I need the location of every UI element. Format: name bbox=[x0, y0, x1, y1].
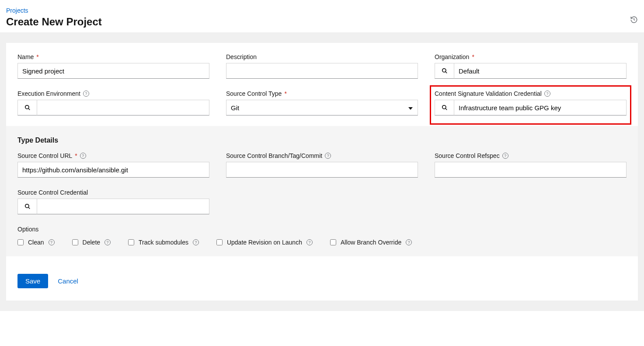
type-details-heading: Type Details bbox=[17, 136, 627, 144]
scm-url-label: Source Control URL bbox=[17, 152, 72, 159]
cancel-button[interactable]: Cancel bbox=[58, 277, 78, 285]
exec-env-lookup-button[interactable] bbox=[17, 100, 37, 115]
option-delete[interactable]: Delete ? bbox=[72, 239, 111, 246]
required-indicator: * bbox=[284, 90, 286, 97]
svg-line-1 bbox=[445, 72, 447, 73]
content-sig-input[interactable] bbox=[454, 100, 627, 115]
required-indicator: * bbox=[75, 152, 77, 159]
content-sig-field: Content Signature Validation Credential … bbox=[435, 90, 627, 115]
scm-type-field: Source Control Type * Git bbox=[226, 90, 418, 115]
description-field: Description bbox=[226, 53, 418, 79]
help-icon[interactable]: ? bbox=[406, 239, 412, 245]
svg-point-6 bbox=[25, 204, 28, 208]
name-label: Name bbox=[17, 53, 34, 60]
name-input[interactable] bbox=[17, 63, 209, 79]
delete-label: Delete bbox=[83, 239, 100, 246]
option-track-submodules[interactable]: Track submodules ? bbox=[128, 239, 199, 246]
scm-credential-input[interactable] bbox=[37, 199, 209, 214]
scm-branch-input[interactable] bbox=[226, 162, 418, 178]
breadcrumb-projects[interactable]: Projects bbox=[6, 7, 102, 14]
exec-env-field: Execution Environment ? bbox=[17, 90, 209, 115]
svg-line-3 bbox=[28, 108, 30, 110]
scm-refspec-label: Source Control Refspec bbox=[435, 152, 500, 159]
scm-credential-lookup-button[interactable] bbox=[17, 199, 37, 214]
scm-url-input[interactable] bbox=[17, 162, 209, 178]
allow-branch-override-checkbox[interactable] bbox=[330, 239, 336, 245]
scm-branch-label: Source Control Branch/Tag/Commit bbox=[226, 152, 322, 159]
clean-label: Clean bbox=[28, 239, 44, 246]
organization-lookup-button[interactable] bbox=[435, 63, 454, 79]
track-submodules-label: Track submodules bbox=[139, 239, 188, 246]
help-icon[interactable]: ? bbox=[502, 153, 508, 159]
exec-env-label: Execution Environment bbox=[17, 90, 80, 97]
search-icon bbox=[24, 105, 31, 111]
content-sig-highlight: Content Signature Validation Credential … bbox=[430, 85, 631, 125]
svg-point-2 bbox=[25, 105, 28, 109]
scm-refspec-input[interactable] bbox=[435, 162, 627, 178]
required-indicator: * bbox=[472, 53, 474, 60]
description-label: Description bbox=[226, 53, 257, 60]
organization-field: Organization * bbox=[435, 53, 627, 79]
content-sig-label: Content Signature Validation Credential bbox=[435, 90, 542, 97]
search-icon bbox=[24, 203, 31, 210]
help-icon[interactable]: ? bbox=[325, 153, 331, 159]
exec-env-input[interactable] bbox=[37, 100, 209, 115]
help-icon[interactable]: ? bbox=[49, 239, 55, 245]
update-on-launch-label: Update Revision on Launch bbox=[227, 239, 302, 246]
options-label: Options bbox=[17, 226, 627, 233]
scm-type-label: Source Control Type bbox=[226, 90, 282, 97]
option-clean[interactable]: Clean ? bbox=[17, 239, 55, 246]
scm-branch-field: Source Control Branch/Tag/Commit ? bbox=[226, 152, 418, 178]
scm-refspec-field: Source Control Refspec ? bbox=[435, 152, 627, 178]
save-button[interactable]: Save bbox=[17, 274, 48, 288]
allow-branch-override-label: Allow Branch Override bbox=[341, 239, 401, 246]
required-indicator: * bbox=[36, 53, 38, 60]
scm-url-field: Source Control URL * ? bbox=[17, 152, 209, 178]
search-icon bbox=[442, 68, 448, 74]
delete-checkbox[interactable] bbox=[72, 239, 78, 245]
options-field: Options Clean ? Delete ? Track submodule… bbox=[17, 226, 627, 246]
clean-checkbox[interactable] bbox=[17, 239, 24, 245]
scm-credential-label: Source Control Credential bbox=[17, 189, 88, 196]
history-icon[interactable] bbox=[630, 16, 638, 25]
option-update-on-launch[interactable]: Update Revision on Launch ? bbox=[216, 239, 313, 246]
description-input[interactable] bbox=[226, 63, 418, 79]
name-field: Name * bbox=[17, 53, 209, 79]
svg-point-0 bbox=[442, 69, 446, 72]
page-title: Create New Project bbox=[6, 16, 102, 28]
help-icon[interactable]: ? bbox=[306, 239, 313, 245]
help-icon[interactable]: ? bbox=[104, 239, 111, 245]
help-icon[interactable]: ? bbox=[544, 91, 550, 97]
organization-input[interactable] bbox=[454, 63, 627, 79]
scm-credential-field: Source Control Credential bbox=[17, 189, 209, 214]
scm-type-select[interactable]: Git bbox=[226, 100, 418, 115]
svg-line-5 bbox=[445, 108, 447, 110]
organization-label: Organization bbox=[435, 53, 469, 60]
svg-point-4 bbox=[442, 105, 446, 109]
help-icon[interactable]: ? bbox=[193, 239, 199, 245]
track-submodules-checkbox[interactable] bbox=[128, 239, 134, 245]
option-allow-branch-override[interactable]: Allow Branch Override ? bbox=[330, 239, 412, 246]
update-on-launch-checkbox[interactable] bbox=[216, 239, 223, 245]
content-sig-lookup-button[interactable] bbox=[435, 100, 454, 115]
help-icon[interactable]: ? bbox=[80, 153, 86, 159]
search-icon bbox=[442, 105, 448, 111]
help-icon[interactable]: ? bbox=[83, 91, 89, 97]
svg-line-7 bbox=[28, 207, 30, 209]
